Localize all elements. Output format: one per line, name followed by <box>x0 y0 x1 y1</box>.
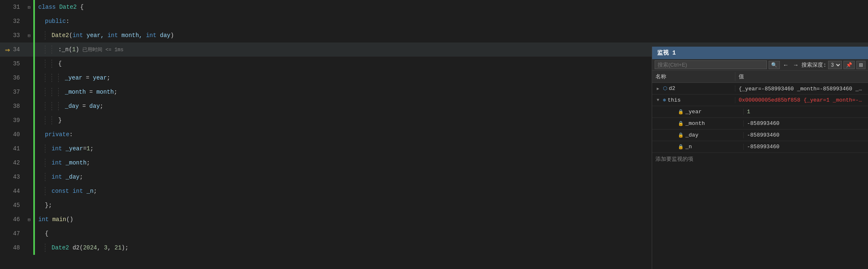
line-number: 34 <box>0 46 25 53</box>
keyword-type: int <box>107 32 118 39</box>
watch-title: 监视 1 <box>657 49 676 57</box>
depth-select[interactable]: 3 1 2 4 5 <box>828 61 842 69</box>
param: day <box>156 32 171 39</box>
member-var: _day <box>66 174 80 180</box>
class-name: Date2 <box>52 244 69 251</box>
line-number: 46 <box>0 216 25 223</box>
member-var: _month <box>65 89 86 95</box>
watch-var-value: -858993460 <box>747 120 779 127</box>
watch-name-cell: ▶ ⬡ d2 <box>652 85 735 92</box>
number: 21 <box>114 244 121 251</box>
code-text: , <box>97 244 104 251</box>
code-text: , <box>107 244 114 251</box>
search-icon-button[interactable]: 🔍 <box>769 61 780 69</box>
code-text: () <box>66 216 73 223</box>
code-text: }; <box>45 202 52 209</box>
code-text: ; <box>87 159 90 166</box>
line-number: 32 <box>0 18 25 25</box>
number: 3 <box>104 244 107 251</box>
code-content: Date2(int year, int month, int day) <box>35 31 868 40</box>
member-var: _day <box>65 103 79 110</box>
keyword-type: int <box>52 174 62 180</box>
gutter: ⊟ <box>25 5 33 10</box>
code-content: public: <box>35 18 868 25</box>
code-text: ; <box>90 145 93 152</box>
line-number: 36 <box>0 75 25 81</box>
code-text: { <box>45 230 48 237</box>
list-item[interactable]: ▶ ⬡ d2 {_year=-858993460 _month=-8589934… <box>652 83 868 95</box>
keyword-type: int <box>72 32 83 39</box>
watch-val-cell: -858993460 <box>744 132 868 138</box>
watch-column-headers: 名称 值 <box>652 71 868 83</box>
watch-val-cell: {_year=-858993460 _month=-858993460 _day… <box>735 85 868 92</box>
code-text: } <box>58 117 62 124</box>
watch-var-value: 0x00000005ed85bf858 {_year=1 _month=-858… <box>739 97 868 103</box>
collapse-icon[interactable]: ⊟ <box>28 33 31 38</box>
watch-val-cell: 1 <box>744 109 868 115</box>
punctuation: { <box>77 4 84 10</box>
watch-val-cell: -858993460 <box>744 120 868 127</box>
member-var: _year <box>65 75 82 81</box>
expand-icon[interactable]: ▶ <box>655 86 660 91</box>
code-text: ); <box>121 244 129 251</box>
number: 2024 <box>83 244 97 251</box>
table-row: 32 public: <box>0 14 868 28</box>
function-name: main <box>52 216 67 223</box>
line-number: 40 <box>0 131 25 138</box>
list-item[interactable]: 🔒 _n -858993460 <box>652 141 868 153</box>
keyword-type: int <box>52 145 62 152</box>
nav-prev-button[interactable]: ← <box>781 62 790 68</box>
watch-name-cell: 🔒 _month <box>660 120 744 127</box>
line-number: 45 <box>0 202 25 209</box>
punctuation: ( <box>69 32 72 39</box>
code-text: ; <box>114 89 117 95</box>
watch-panel: 监视 1 🔍 ← → 搜索深度: 3 1 2 4 5 📌 ⊞ 名称 值 ▶ ⬡ … <box>652 47 868 269</box>
add-watch-label: 添加要监视的项 <box>655 156 693 162</box>
code-text: = <box>79 103 89 110</box>
add-watch-item[interactable]: 添加要监视的项 <box>652 153 868 165</box>
list-item[interactable]: 🔒 _month -858993460 <box>652 118 868 130</box>
param: day <box>89 103 100 110</box>
watch-search-input[interactable] <box>655 60 767 69</box>
object-icon: ⬡ <box>663 85 667 92</box>
line-number: 41 <box>0 145 25 152</box>
punctuation: : <box>66 18 69 25</box>
list-item[interactable]: ▼ ⊛ this 0x00000005ed85bf858 {_year=1 _m… <box>652 95 868 106</box>
code-text <box>62 159 65 166</box>
watch-toolbar: 🔍 ← → 搜索深度: 3 1 2 4 5 📌 ⊞ <box>652 59 868 71</box>
list-item[interactable]: 🔒 _day -858993460 <box>652 130 868 141</box>
watch-val-cell: 0x00000005ed85bf858 {_year=1 _month=-858… <box>735 97 868 103</box>
code-text: ; <box>79 174 83 180</box>
pin-button[interactable]: 📌 <box>843 61 855 69</box>
collapse-icon[interactable]: ⊟ <box>28 5 31 10</box>
gutter: ⊟ <box>25 33 33 38</box>
punctuation: ) <box>171 32 174 39</box>
watch-title-bar: 监视 1 <box>652 47 868 59</box>
keyword: const <box>52 188 69 194</box>
list-item[interactable]: 🔒 _year 1 <box>652 106 868 118</box>
watch-var-value: -858993460 <box>747 144 779 150</box>
class-name: Date2 <box>59 4 77 10</box>
line-number: 37 <box>0 89 25 95</box>
code-text: ; <box>107 75 110 81</box>
member-var: _n <box>87 188 94 194</box>
punctuation: : <box>69 131 73 138</box>
watch-name-cell: 🔒 _day <box>660 132 744 138</box>
nav-next-button[interactable]: → <box>791 62 800 68</box>
keyword-type: int <box>52 159 62 166</box>
member-icon: 🔒 <box>678 132 684 138</box>
code-text <box>83 188 87 194</box>
table-row: 31 ⊟ class Date2 { <box>0 0 868 14</box>
line-number: 33 <box>0 32 25 39</box>
line-number: 48 <box>0 244 25 251</box>
expand-icon[interactable]: ▼ <box>655 98 660 102</box>
watch-var-value: {_year=-858993460 _month=-858993460 _day… <box>739 86 868 92</box>
code-text: { <box>58 60 62 67</box>
pointer-icon: ⊛ <box>663 97 666 103</box>
collapse-icon[interactable]: ⊟ <box>28 217 31 222</box>
keyword: public <box>45 18 66 25</box>
line-number: 31 <box>0 4 25 10</box>
code-text: ; <box>94 188 97 194</box>
expand-button[interactable]: ⊞ <box>856 61 866 69</box>
code-text: = <box>83 145 87 152</box>
